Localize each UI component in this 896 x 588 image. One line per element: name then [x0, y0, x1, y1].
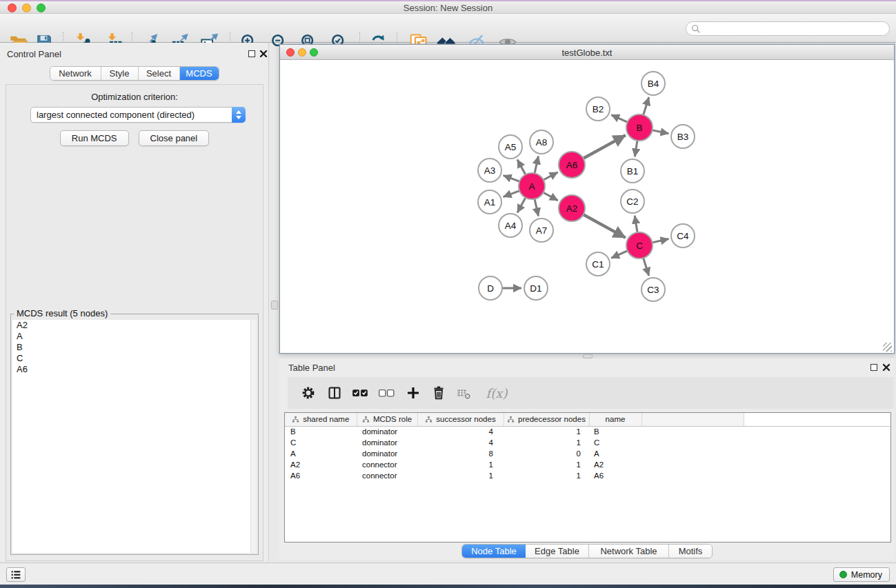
graph-edge-A-A6[interactable] [543, 172, 558, 181]
show-panels-list-button[interactable] [6, 567, 26, 582]
table-cell[interactable]: 1 [417, 470, 504, 481]
mcds-result-item[interactable]: A2 [12, 320, 257, 331]
table-row[interactable]: Bdominator41B [285, 426, 890, 437]
table-cell[interactable]: C [285, 437, 357, 448]
tab-edge-table[interactable]: Edge Table [526, 545, 589, 558]
graph-node-C4[interactable]: C4 [670, 223, 695, 248]
graph-edge-A2-C[interactable] [583, 214, 626, 238]
delete-column-button[interactable] [428, 383, 449, 403]
float-table-panel-button[interactable] [870, 364, 877, 371]
table-cell[interactable]: 1 [504, 437, 589, 448]
table-cell[interactable]: 4 [417, 426, 504, 437]
graph-node-A1[interactable]: A1 [477, 190, 502, 214]
select-all-button[interactable] [350, 383, 370, 403]
network-canvas[interactable]: B4B2BB3A8A5A6A3B1AA1C2A2A4A7C4CC1C3DD1 [281, 61, 893, 353]
table-cell[interactable]: A2 [285, 459, 357, 470]
column-header-name[interactable]: name [589, 413, 641, 426]
table-cell[interactable]: A [285, 448, 357, 459]
graph-node-C[interactable]: C [626, 232, 653, 259]
mcds-result-item[interactable]: C [12, 353, 257, 364]
table-cell[interactable]: 1 [417, 459, 504, 470]
table-cell[interactable]: 1 [504, 459, 589, 470]
tab-node-table[interactable]: Node Table [462, 545, 526, 558]
graph-node-B[interactable]: B [626, 114, 653, 141]
table-row[interactable]: A6connector11A6 [285, 470, 890, 481]
create-column-button[interactable] [403, 383, 424, 403]
deselect-all-button[interactable] [376, 383, 397, 403]
vertical-splitter-handle[interactable] [271, 301, 278, 310]
graph-edge-A6-B[interactable] [583, 135, 626, 159]
graph-edge-B-B1[interactable] [635, 140, 637, 156]
table-cell[interactable]: dominator [357, 448, 417, 459]
graph-node-C3[interactable]: C3 [641, 277, 666, 302]
close-panel-icon[interactable] [259, 50, 268, 58]
tab-network-table[interactable]: Network Table [589, 545, 669, 558]
graph-node-B1[interactable]: B1 [620, 159, 645, 183]
list-scrollbar[interactable] [250, 320, 257, 553]
graph-edge-A-A1[interactable] [504, 190, 521, 196]
table-cell[interactable]: 4 [417, 437, 504, 448]
table-cell[interactable]: dominator [357, 437, 417, 448]
tab-network[interactable]: Network [50, 67, 101, 80]
table-row[interactable]: A2connector11A2 [285, 459, 890, 470]
table-cell[interactable]: B [589, 426, 641, 437]
graph-node-D1[interactable]: D1 [524, 276, 548, 301]
graph-edge-B-B4[interactable] [643, 97, 648, 116]
table-cell[interactable]: 1 [504, 470, 589, 481]
graph-edge-A-A2[interactable] [543, 192, 558, 201]
graph-node-A8[interactable]: A8 [529, 130, 554, 154]
table-settings-button[interactable] [298, 383, 319, 403]
table-cell[interactable]: 1 [504, 426, 589, 437]
mcds-result-list[interactable]: A2ABCA6 [12, 320, 257, 553]
graph-node-B3[interactable]: B3 [670, 124, 695, 149]
column-header-successor-nodes[interactable]: successor nodes [417, 413, 504, 426]
tab-style[interactable]: Style [101, 67, 139, 80]
memory-button[interactable]: Memory [833, 567, 890, 582]
graph-node-A7[interactable]: A7 [529, 218, 554, 243]
close-panel-button[interactable]: Close panel [139, 130, 210, 146]
table-cell[interactable]: A6 [589, 470, 641, 481]
table-cell[interactable]: dominator [357, 426, 417, 437]
tab-mcds[interactable]: MCDS [180, 67, 219, 80]
graph-edge-C-C1[interactable] [611, 250, 628, 258]
table-cell[interactable]: C [589, 437, 641, 448]
graph-edge-A-A4[interactable] [517, 197, 526, 213]
table-cell[interactable]: A [589, 448, 641, 459]
graph-node-B4[interactable]: B4 [641, 71, 666, 96]
column-header-shared-name[interactable]: shared name [285, 413, 357, 426]
graph-node-C1[interactable]: C1 [586, 252, 610, 276]
graph-node-D[interactable]: D [478, 276, 503, 301]
graph-edge-A-A7[interactable] [535, 199, 539, 216]
graph-node-A[interactable]: A [518, 172, 546, 200]
graph-edge-C-C2[interactable] [635, 216, 637, 233]
search-input[interactable] [686, 21, 890, 36]
tab-motifs[interactable]: Motifs [669, 545, 712, 558]
table-cell[interactable]: A6 [285, 470, 357, 481]
table-row[interactable]: Cdominator41C [285, 437, 890, 448]
column-header-predecessor-nodes[interactable]: predecessor nodes [504, 413, 589, 426]
graph-node-A2[interactable]: A2 [558, 194, 586, 222]
table-cell[interactable]: connector [357, 459, 417, 470]
table-cell[interactable]: 8 [417, 448, 504, 459]
graph-node-A4[interactable]: A4 [498, 213, 523, 238]
table-cell[interactable]: B [285, 426, 357, 437]
mcds-result-item[interactable]: A6 [12, 364, 257, 375]
graph-node-A5[interactable]: A5 [498, 134, 523, 159]
graph-edge-C-C4[interactable] [652, 239, 669, 243]
tab-select[interactable]: Select [139, 67, 180, 80]
table-cell[interactable]: connector [357, 470, 417, 481]
table-cell[interactable]: A2 [589, 459, 641, 470]
column-header-mcds-role[interactable]: MCDS role [357, 413, 417, 426]
network-window-titlebar[interactable]: testGlobe.txt [280, 45, 894, 60]
float-panel-button[interactable] [248, 50, 255, 57]
close-table-panel-icon[interactable] [882, 363, 890, 372]
mcds-result-item[interactable]: A [12, 331, 257, 342]
graph-node-A6[interactable]: A6 [558, 151, 586, 179]
graph-node-C2[interactable]: C2 [620, 189, 645, 214]
table-cell[interactable]: 0 [504, 448, 589, 459]
show-columns-button[interactable] [324, 383, 345, 403]
graph-edge-A-A8[interactable] [535, 156, 539, 174]
run-mcds-button[interactable]: Run MCDS [60, 130, 129, 146]
graph-edge-A-A3[interactable] [504, 175, 521, 181]
graph-edge-C-C3[interactable] [643, 257, 648, 276]
